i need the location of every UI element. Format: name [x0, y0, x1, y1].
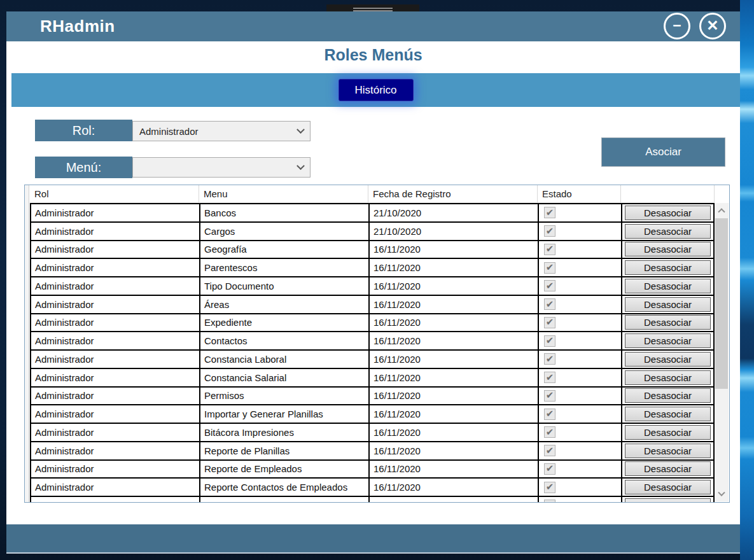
- cell-estado: ✔: [539, 405, 622, 423]
- cell-menu: Cargos: [200, 223, 370, 240]
- historico-button[interactable]: Histórico: [339, 79, 414, 101]
- chevron-down-icon: [297, 125, 305, 134]
- table-row: Administrador Parentescos 16/11/2020 ✔ D…: [30, 258, 715, 276]
- desasociar-button[interactable]: Desasociar: [625, 206, 711, 220]
- estado-checkbox[interactable]: ✔: [544, 390, 555, 402]
- desasociar-button[interactable]: Desasociar: [625, 480, 711, 494]
- scrollbar-thumb[interactable]: [715, 218, 728, 389]
- desasociar-button[interactable]: Desasociar: [625, 333, 711, 348]
- estado-checkbox[interactable]: ✔: [544, 482, 555, 493]
- estado-checkbox[interactable]: ✔: [544, 317, 555, 328]
- rol-select[interactable]: Administrador: [132, 121, 311, 141]
- table-row: Administrador Contactos 16/11/2020 ✔ Des…: [30, 331, 715, 349]
- desasociar-button[interactable]: Desasociar: [625, 260, 711, 275]
- cell-action: Desasociar: [622, 259, 715, 276]
- desasociar-button[interactable]: Desasociar: [625, 444, 711, 458]
- cell-estado: ✔: [539, 204, 622, 221]
- cell-fecha: 16/11/2020: [370, 277, 539, 295]
- table-row: Administrador Reporte de Empleados 16/11…: [30, 459, 715, 478]
- estado-checkbox[interactable]: ✔: [544, 426, 555, 438]
- table-row: Administrador Importar y Generar Planill…: [30, 404, 715, 423]
- table-row: Administrador Geografía 16/11/2020 ✔ Des…: [30, 240, 715, 258]
- estado-checkbox[interactable]: ✔: [544, 262, 555, 274]
- cell-rol: Administrador: [31, 204, 200, 221]
- desasociar-button[interactable]: Desasociar: [625, 407, 711, 421]
- rol-label: Rol:: [35, 120, 132, 141]
- titlebar: RHadmin − ✕: [6, 11, 740, 41]
- header-rol[interactable]: Rol: [30, 185, 199, 203]
- window-controls: − ✕: [664, 13, 726, 39]
- estado-checkbox[interactable]: ✔: [544, 207, 555, 218]
- cell-rol: Administrador: [31, 241, 200, 258]
- desasociar-button[interactable]: Desasociar: [625, 425, 711, 440]
- app-title: RHadmin: [40, 17, 115, 36]
- cell-rol: Administrador: [31, 314, 200, 332]
- check-icon: ✔: [546, 262, 554, 272]
- desasociar-button[interactable]: Desasociar: [625, 242, 711, 256]
- table-row: Administrador Constancia Salarial 16/11/…: [30, 368, 715, 386]
- cell-estado: ✔: [539, 296, 622, 313]
- desasociar-button[interactable]: Desasociar: [625, 370, 711, 385]
- cell-menu: Permisos: [200, 388, 370, 405]
- minimize-button[interactable]: −: [664, 13, 690, 39]
- cell-fecha: 16/11/2020: [370, 296, 539, 313]
- cell-action: Desasociar: [622, 388, 715, 405]
- vertical-scrollbar[interactable]: [715, 203, 729, 501]
- desasociar-button[interactable]: Desasociar: [625, 279, 711, 293]
- rol-select-value: Administrador: [139, 126, 298, 137]
- cell-fecha: 21/10/2020: [370, 204, 539, 221]
- cell-menu: Reporte Contactos de Empleados: [200, 479, 370, 496]
- estado-checkbox[interactable]: ✔: [544, 409, 555, 420]
- cell-action: Desasociar: [622, 332, 715, 349]
- asociar-button[interactable]: Asociar: [601, 137, 725, 167]
- header-menu[interactable]: Menu: [199, 185, 368, 203]
- desasociar-button[interactable]: Desasociar: [625, 297, 711, 312]
- desasociar-button[interactable]: Desasociar: [625, 461, 711, 476]
- cell-menu: Áreas: [200, 296, 370, 313]
- cell-rol: Administrador: [31, 351, 200, 368]
- estado-checkbox[interactable]: ✔: [544, 353, 555, 365]
- desasociar-button[interactable]: Desasociar: [625, 315, 711, 330]
- cell-rol: Administrador: [31, 369, 200, 386]
- header-fecha[interactable]: Fecha de Registro: [368, 185, 538, 203]
- table-row: [30, 496, 715, 503]
- estado-checkbox[interactable]: ✔: [544, 280, 555, 291]
- cell-estado: ✔: [539, 223, 622, 240]
- desasociar-button[interactable]: Desasociar: [625, 352, 711, 367]
- cell-rol: Administrador: [31, 332, 200, 349]
- header-action: [621, 185, 715, 203]
- cell-rol: Administrador: [31, 424, 200, 441]
- close-button[interactable]: ✕: [699, 13, 726, 39]
- check-icon: ✔: [546, 372, 554, 382]
- estado-checkbox[interactable]: ✔: [544, 463, 555, 475]
- scroll-down-button[interactable]: [715, 489, 729, 500]
- desktop-wallpaper: [740, 0, 754, 560]
- minimize-icon: −: [673, 18, 681, 33]
- scroll-up-button[interactable]: [715, 204, 729, 216]
- cell-action: Desasociar: [622, 424, 715, 441]
- header-estado[interactable]: Estado: [538, 185, 621, 203]
- check-icon: ✔: [546, 463, 554, 473]
- cell-fecha: 16/11/2020: [370, 388, 539, 405]
- check-icon: ✔: [546, 390, 554, 400]
- cell-fecha: 16/11/2020: [370, 424, 539, 441]
- estado-checkbox[interactable]: ✔: [544, 225, 555, 237]
- desasociar-button[interactable]: [625, 498, 711, 503]
- cell-fecha: 16/11/2020: [370, 442, 539, 459]
- estado-checkbox[interactable]: ✔: [544, 335, 555, 347]
- cell-estado: ✔: [539, 351, 622, 368]
- desasociar-button[interactable]: Desasociar: [625, 388, 711, 403]
- estado-checkbox[interactable]: ✔: [544, 445, 555, 456]
- cell-fecha: 16/11/2020: [370, 241, 539, 258]
- desasociar-button[interactable]: Desasociar: [625, 224, 711, 239]
- cell-menu: Reporte de Empleados: [200, 461, 370, 478]
- estado-checkbox[interactable]: ✔: [544, 298, 555, 310]
- estado-checkbox[interactable]: ✔: [544, 244, 555, 255]
- cell-menu: Geografía: [200, 241, 370, 258]
- menu-select[interactable]: [132, 157, 311, 178]
- estado-checkbox[interactable]: [544, 500, 555, 503]
- cell-menu: Tipo Documento: [200, 277, 370, 295]
- cell-rol: Administrador: [31, 442, 200, 459]
- estado-checkbox[interactable]: ✔: [544, 372, 555, 383]
- cell-rol: Administrador: [31, 405, 200, 423]
